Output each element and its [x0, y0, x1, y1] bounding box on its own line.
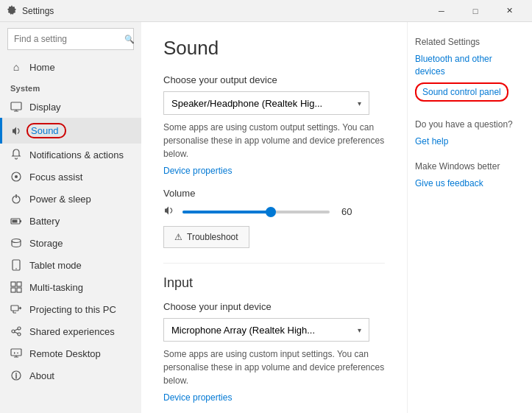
- output-troubleshoot-button[interactable]: ⚠ Troubleshoot: [163, 226, 249, 248]
- sidebar-item-label: Battery: [29, 216, 60, 227]
- sidebar-item-label: Power & sleep: [29, 194, 91, 205]
- sidebar-item-label: About: [29, 370, 54, 381]
- sidebar-item-tablet[interactable]: Tablet mode: [0, 254, 141, 276]
- sidebar-item-label: Multi-tasking: [29, 282, 83, 293]
- output-device-dropdown[interactable]: Speaker/Headphone (Realtek Hig... ▾: [163, 91, 369, 115]
- multitasking-icon: [10, 281, 22, 293]
- svg-rect-18: [11, 349, 21, 356]
- feedback-section: Make Windows better Give us feedback: [415, 161, 522, 190]
- search-input[interactable]: [14, 34, 124, 44]
- sidebar-item-label: Projecting to this PC: [29, 304, 116, 315]
- sound-control-panel-link[interactable]: Sound control panel: [415, 82, 508, 102]
- output-device-properties-link[interactable]: Device properties: [163, 166, 232, 176]
- search-icon: 🔍: [124, 35, 135, 44]
- volume-slider[interactable]: [182, 211, 330, 213]
- related-settings-title: Related Settings: [415, 37, 522, 47]
- volume-value: 60: [341, 206, 352, 217]
- volume-thumb[interactable]: [266, 207, 276, 217]
- output-description: Some apps are using custom output settin…: [163, 121, 385, 160]
- windows-better-title: Make Windows better: [415, 161, 522, 172]
- sidebar-item-label: Display: [29, 102, 61, 113]
- display-icon: [10, 101, 22, 113]
- svg-rect-5: [20, 220, 21, 222]
- input-device-properties-link[interactable]: Device properties: [163, 392, 232, 403]
- titlebar-title: Settings: [22, 6, 425, 16]
- sidebar-item-remote[interactable]: Remote Desktop: [0, 342, 141, 364]
- sidebar-section-system: System: [0, 78, 141, 96]
- svg-point-9: [15, 268, 17, 269]
- bluetooth-link[interactable]: Bluetooth and other devices: [415, 53, 522, 78]
- sidebar-item-about[interactable]: About: [0, 364, 141, 386]
- sidebar-item-label: Focus assist: [29, 172, 82, 183]
- titlebar: Settings ─ □ ✕: [0, 0, 532, 22]
- volume-section: Volume 60: [163, 188, 385, 219]
- maximize-button[interactable]: □: [458, 0, 492, 22]
- sidebar-item-focus[interactable]: Focus assist: [0, 166, 141, 188]
- get-help-link[interactable]: Get help: [415, 135, 522, 148]
- question-section: Do you have a question? Get help: [415, 119, 522, 148]
- tablet-icon: [10, 259, 22, 271]
- sidebar-item-projecting[interactable]: Projecting to this PC: [0, 298, 141, 320]
- svg-point-2: [15, 175, 18, 178]
- minimize-button[interactable]: ─: [425, 0, 458, 22]
- main-content: Sound Choose your output device Speaker/…: [141, 22, 407, 413]
- input-device-value: Microphone Array (Realtek High...: [171, 325, 315, 336]
- svg-rect-10: [11, 282, 15, 286]
- svg-point-15: [12, 330, 15, 333]
- section-divider: [163, 263, 385, 264]
- focus-icon: [10, 171, 22, 183]
- svg-rect-11: [17, 282, 21, 286]
- output-device-value: Speaker/Headphone (Realtek Hig...: [171, 98, 322, 109]
- volume-row: 60: [163, 205, 385, 219]
- search-box[interactable]: 🔍: [7, 28, 134, 50]
- power-icon: [10, 193, 22, 205]
- svg-rect-6: [13, 220, 18, 223]
- svg-rect-14: [11, 306, 18, 311]
- input-dropdown-arrow: ▾: [358, 326, 361, 334]
- home-icon: ⌂: [10, 61, 22, 73]
- volume-icon: [163, 205, 175, 219]
- output-label: Choose your output device: [163, 74, 385, 85]
- input-label: Choose your input device: [163, 301, 385, 312]
- storage-icon: [10, 237, 22, 249]
- sidebar-item-home[interactable]: ⌂ Home: [0, 56, 141, 78]
- settings-app-icon: [6, 5, 18, 17]
- sidebar-item-power[interactable]: Power & sleep: [0, 188, 141, 210]
- battery-icon: [10, 215, 22, 227]
- right-panel: Related Settings Bluetooth and other dev…: [407, 22, 532, 413]
- sidebar-item-notifications[interactable]: Notifications & actions: [0, 144, 141, 166]
- sidebar-item-display[interactable]: Display: [0, 96, 141, 118]
- question-title: Do you have a question?: [415, 119, 522, 130]
- svg-rect-0: [11, 102, 21, 110]
- notifications-icon: [10, 149, 22, 160]
- sidebar-item-shared[interactable]: Shared experiences: [0, 320, 141, 342]
- close-button[interactable]: ✕: [492, 0, 526, 22]
- sidebar-item-label: Notifications & actions: [29, 149, 124, 160]
- svg-rect-12: [11, 288, 15, 292]
- input-section: Input Choose your input device Microphon…: [163, 275, 385, 413]
- output-dropdown-arrow: ▾: [358, 99, 361, 107]
- sidebar-item-label: Sound: [26, 123, 66, 138]
- sidebar-item-label: Storage: [29, 238, 63, 249]
- sidebar-item-label: Tablet mode: [29, 260, 82, 271]
- sidebar-item-label: Shared experiences: [29, 326, 115, 337]
- feedback-link[interactable]: Give us feedback: [415, 177, 522, 190]
- input-device-dropdown[interactable]: Microphone Array (Realtek High... ▾: [163, 318, 369, 342]
- projecting-icon: [10, 303, 22, 315]
- sidebar-item-storage[interactable]: Storage: [0, 232, 141, 254]
- window-controls: ─ □ ✕: [425, 0, 526, 22]
- sidebar-item-sound[interactable]: Sound: [0, 118, 141, 144]
- volume-label: Volume: [163, 188, 385, 199]
- sidebar-item-battery[interactable]: Battery: [0, 210, 141, 232]
- input-title: Input: [163, 275, 385, 291]
- svg-point-16: [18, 327, 21, 330]
- sidebar: 🔍 ⌂ Home System Display Sound N: [0, 22, 141, 413]
- sound-icon: [10, 125, 22, 137]
- page-title: Sound: [163, 37, 385, 60]
- shared-icon: [10, 325, 22, 337]
- input-description: Some apps are using custom input setting…: [163, 347, 385, 387]
- remote-icon: [10, 347, 22, 359]
- sidebar-item-multitasking[interactable]: Multi-tasking: [0, 276, 141, 298]
- svg-rect-13: [17, 288, 21, 292]
- sidebar-item-label: Remote Desktop: [29, 348, 101, 359]
